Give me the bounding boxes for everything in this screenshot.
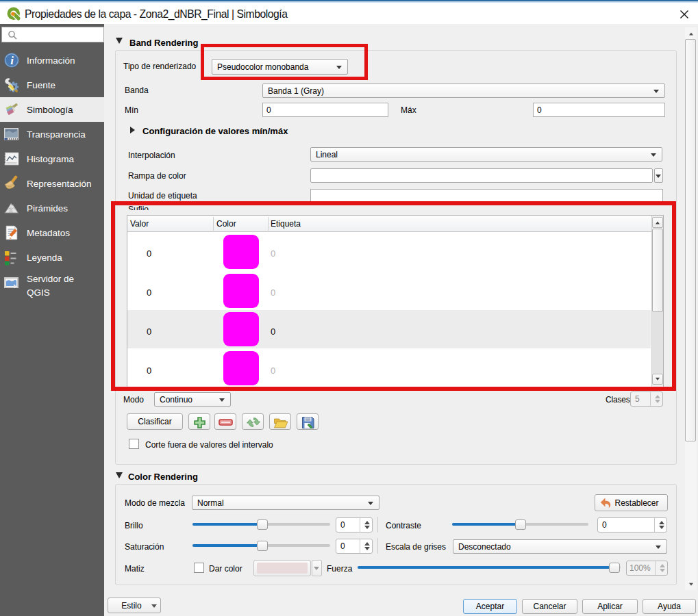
svg-text:i: i <box>10 54 14 67</box>
